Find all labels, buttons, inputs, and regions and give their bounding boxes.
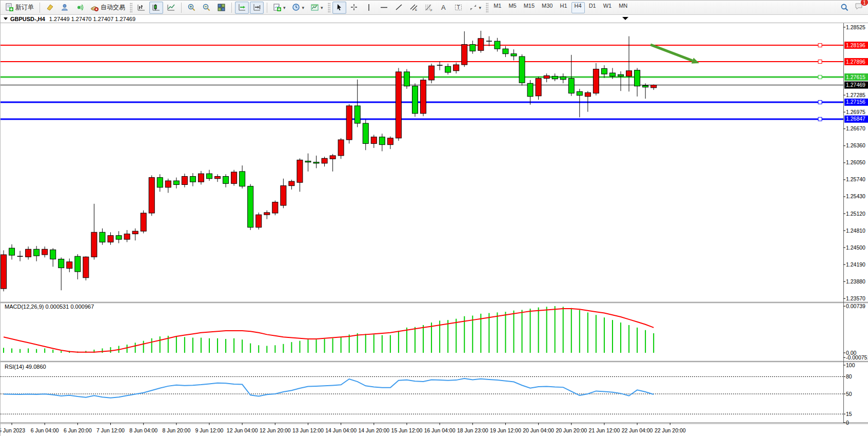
timeframe-M30-button[interactable]: M30: [539, 2, 556, 13]
time-axis-label: 8 Jun 04:00: [129, 427, 157, 433]
toolbar-grip[interactable]: [486, 3, 488, 13]
chat-button[interactable]: 1: [855, 2, 863, 13]
hline-handle[interactable]: [818, 75, 822, 79]
text-button[interactable]: A: [437, 2, 450, 14]
candle: [281, 179, 286, 208]
crosshair-button[interactable]: [347, 2, 361, 14]
price-tag-1.27615-text: 1.27615: [846, 74, 865, 80]
trendline-button[interactable]: [392, 2, 406, 14]
timeframe-D1-button[interactable]: D1: [586, 2, 599, 13]
toolbar-right-group: 1: [838, 2, 866, 14]
timeframe-W1-button[interactable]: W1: [600, 2, 615, 13]
time-axis-label: 7 Jun 12:00: [96, 427, 125, 433]
candle: [503, 46, 508, 57]
timeframe-H4-button[interactable]: H4: [571, 2, 585, 13]
timeframe-M1-button[interactable]: M1: [490, 2, 504, 13]
bar-chart-button[interactable]: [134, 2, 148, 14]
price-axis-label: 1.27285: [846, 92, 865, 98]
svg-text:E: E: [415, 8, 417, 11]
price-axis-label: 1.26670: [846, 125, 865, 131]
hline-handle[interactable]: [818, 117, 822, 121]
candle: [643, 83, 648, 99]
search-button[interactable]: [838, 2, 852, 14]
candle: [198, 171, 204, 185]
time-axis-label: 13 Jun 12:00: [292, 427, 324, 433]
candle: [618, 71, 624, 91]
candle: [297, 158, 303, 192]
macd-axis-label: -0.000751: [846, 354, 868, 361]
toolbar-grip[interactable]: [328, 3, 330, 13]
hline-handle[interactable]: [818, 44, 822, 47]
candle: [182, 174, 187, 187]
profile-button[interactable]: [58, 2, 72, 14]
label-button[interactable]: T: [451, 2, 465, 14]
timeframe-MN-button[interactable]: MN: [616, 2, 630, 13]
candle: [272, 200, 278, 215]
candle: [240, 165, 245, 188]
rsi-label: RSI(14) 49.0860: [5, 364, 46, 370]
price-axis-label: 1.28525: [846, 24, 865, 30]
timeframe-M15-button[interactable]: M15: [521, 2, 538, 13]
chart-shift-marker[interactable]: [622, 17, 628, 20]
hline-handle[interactable]: [818, 100, 822, 104]
templates-button[interactable]: ▾: [308, 2, 326, 14]
hline-button[interactable]: [377, 2, 391, 14]
indicators-button[interactable]: ▾: [270, 2, 288, 14]
time-axis-label: 14 Jun 20:00: [358, 427, 389, 433]
chart-shift-button[interactable]: [250, 2, 264, 14]
price-tag-1.27896-text: 1.27896: [846, 59, 865, 65]
eraser-button[interactable]: [43, 2, 57, 14]
line-chart-button[interactable]: [164, 2, 178, 14]
annotation-arrow[interactable]: [650, 45, 693, 61]
time-axis-label: 18 Jun 23:00: [457, 427, 488, 433]
sound-button[interactable]: [73, 2, 87, 14]
periods-button[interactable]: ▾: [289, 2, 307, 14]
cursor-button[interactable]: [332, 2, 346, 14]
price-axis-label: 1.26050: [846, 159, 865, 165]
candle: [322, 157, 327, 166]
chart-canvas[interactable]: 1.285251.272851.269751.266701.263601.260…: [1, 23, 868, 436]
candlestick-button[interactable]: [149, 2, 163, 14]
chart-title-bar: GBPUSD-,H4 1.27449 1.27470 1.27407 1.274…: [1, 15, 868, 23]
candle: [264, 211, 270, 219]
price-tag-1.28196-text: 1.28196: [846, 42, 865, 48]
rsi-axis-label: 100: [846, 362, 855, 368]
candle: [404, 69, 409, 89]
zoom-out-button[interactable]: [200, 2, 213, 14]
candle: [486, 36, 492, 46]
timeframe-M5-button[interactable]: M5: [505, 2, 519, 13]
price-tag-1.26847-text: 1.26847: [846, 116, 865, 122]
fibonacci-button[interactable]: F: [422, 2, 436, 14]
rsi-axis-label: 80: [846, 373, 852, 380]
shapes-button[interactable]: ▾: [466, 2, 484, 14]
candle: [577, 89, 582, 117]
new-order-button[interactable]: 新订单: [3, 2, 36, 14]
candle: [330, 154, 336, 172]
auto-scroll-button[interactable]: [235, 2, 249, 14]
time-axis-label: 14 Jun 04:00: [325, 427, 357, 433]
toolbar-grip[interactable]: [130, 3, 132, 13]
candle: [371, 135, 377, 148]
vline-button[interactable]: [362, 2, 376, 14]
candle: [91, 204, 97, 260]
annotation-arrow-head[interactable]: [692, 58, 699, 63]
candle: [149, 175, 154, 216]
chart-dropdown-icon[interactable]: [4, 17, 8, 20]
channel-button[interactable]: E: [407, 2, 421, 14]
candle: [568, 55, 574, 96]
toolbar-separator: [231, 3, 232, 13]
timeframe-H1-button[interactable]: H1: [557, 2, 570, 13]
price-chart-svg[interactable]: 1.285251.272851.269751.266701.263601.260…: [1, 23, 868, 436]
time-axis-label: 6 Jun 20:00: [64, 427, 92, 433]
hline-handle[interactable]: [818, 60, 822, 64]
svg-text:F: F: [430, 9, 432, 12]
candle: [67, 258, 72, 272]
zoom-in-button[interactable]: [185, 2, 199, 14]
autotrade-button[interactable]: 自动交易: [88, 2, 128, 14]
price-axis-label: 1.23570: [846, 295, 865, 301]
candle: [544, 73, 549, 82]
candle: [421, 78, 426, 117]
candle: [313, 156, 319, 168]
tile-windows-button[interactable]: [214, 2, 228, 14]
time-axis-label: 16 Jun 04:00: [424, 427, 456, 433]
